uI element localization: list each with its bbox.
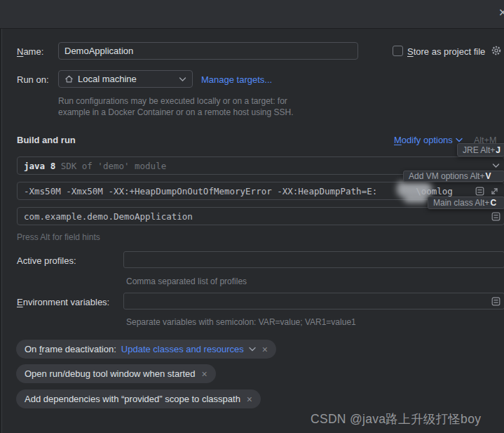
main-class-alt-hint: Main class Alt+C xyxy=(428,196,504,209)
jre-alt-hint: JRE Alt+J xyxy=(457,143,504,156)
environment-variables-help: Separate variables with semicolon: VAR=v… xyxy=(126,317,356,327)
left-panel-divider xyxy=(1,29,2,433)
expand-field-icon[interactable] xyxy=(491,212,500,221)
vm-options-value: -Xms50M -Xmx50M -XX:+HeapDumpOnOutOfMemo… xyxy=(24,186,377,196)
run-configuration-dialog: ✕ Name: DemoApplication Store as project… xyxy=(0,0,504,433)
csdn-watermark: CSDN @java路上升级打怪boy xyxy=(311,411,481,427)
environment-variables-input[interactable] xyxy=(123,293,504,309)
gear-icon[interactable] xyxy=(491,45,502,56)
run-on-select[interactable]: Local machine xyxy=(58,70,193,88)
run-on-help-line2: example in a Docker Container or on a re… xyxy=(58,107,294,117)
run-on-help-line1: Run configurations may be executed local… xyxy=(58,96,287,106)
remove-tag-icon[interactable]: × xyxy=(262,344,268,355)
dialog-title-bar: ✕ xyxy=(0,0,504,29)
remove-tag-icon[interactable]: × xyxy=(247,394,252,405)
update-classes-dropdown[interactable]: Update classes and resources xyxy=(121,344,244,354)
chevron-down-icon xyxy=(456,138,463,142)
main-class-value: com.example.demo.DemoApplication xyxy=(24,211,193,222)
jre-value: java 8 xyxy=(24,161,55,171)
remove-tag-icon[interactable]: × xyxy=(202,368,207,380)
run-on-value: Local machine xyxy=(78,74,137,84)
main-class-field[interactable]: com.example.demo.DemoApplication xyxy=(17,207,504,225)
jre-hint: SDK of 'demo' module xyxy=(61,161,167,171)
store-as-project-file-label: Store as project file xyxy=(407,46,485,57)
provided-scope-tag[interactable]: Add dependencies with “provided” scope t… xyxy=(16,389,261,408)
censored-blur xyxy=(404,194,428,203)
name-input[interactable]: DemoApplication xyxy=(58,42,358,60)
build-and-run-title: Build and run xyxy=(17,135,76,145)
active-profiles-input[interactable] xyxy=(123,251,504,268)
modify-options-link[interactable]: Modify options xyxy=(394,135,463,145)
expand-field-icon[interactable] xyxy=(475,187,484,196)
active-profiles-help: Comma separated list of profiles xyxy=(126,277,247,286)
chevron-down-icon[interactable] xyxy=(249,347,256,352)
home-icon xyxy=(64,74,74,84)
expand-field-icon[interactable] xyxy=(491,297,500,306)
window-close-icon[interactable]: ✕ xyxy=(498,7,504,18)
chevron-down-icon[interactable] xyxy=(492,163,500,168)
on-frame-deactivation-tag[interactable]: On frame deactivation: Update classes an… xyxy=(16,340,276,359)
provided-scope-label: Add dependencies with “provided” scope t… xyxy=(25,394,240,404)
open-tool-window-label: Open run/debug tool window when started xyxy=(25,368,196,379)
on-frame-deactivation-label: On frame deactivation: xyxy=(25,344,116,354)
open-tool-window-tag[interactable]: Open run/debug tool window when started … xyxy=(16,364,216,383)
active-profiles-label: Active profiles: xyxy=(17,255,76,266)
manage-targets-link[interactable]: Manage targets... xyxy=(201,74,272,85)
run-on-label: Run on: xyxy=(17,74,49,85)
open-in-editor-icon[interactable] xyxy=(490,187,499,196)
environment-variables-label: Environment variables: xyxy=(17,297,109,307)
name-label: Name: xyxy=(17,46,43,57)
press-alt-hint: Press Alt for field hints xyxy=(17,232,100,242)
store-as-project-file-checkbox[interactable] xyxy=(393,46,403,56)
chevron-down-icon xyxy=(179,76,186,82)
vm-options-alt-hint: Add VM options Alt+V xyxy=(403,171,504,182)
